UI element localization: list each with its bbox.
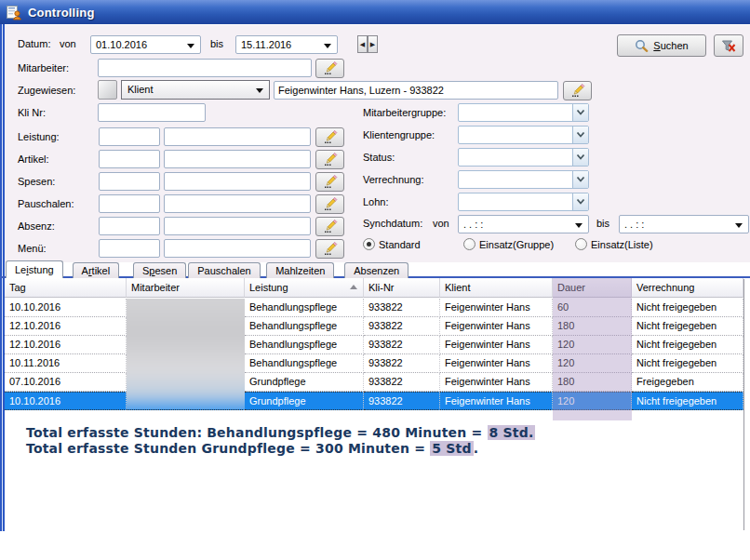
column-header-mitarbeiter[interactable]: Mitarbeiter bbox=[127, 278, 245, 298]
leistung-code-input[interactable] bbox=[99, 127, 160, 146]
artikel-edit-button[interactable] bbox=[315, 150, 344, 169]
zugewiesen-edit-button[interactable] bbox=[563, 81, 592, 100]
chevron-down-icon bbox=[572, 193, 588, 210]
absenz-text-input[interactable] bbox=[164, 217, 311, 235]
total-highlight: 5 Std bbox=[430, 441, 473, 456]
absenz-code-input[interactable] bbox=[99, 217, 160, 235]
synch-from-combo[interactable]: . . : : bbox=[458, 215, 589, 233]
table-row[interactable]: 12.10.2016Behandlungspflege933822Feigenw… bbox=[5, 336, 743, 354]
men-text-input[interactable] bbox=[164, 239, 311, 258]
pauschalen-edit-button[interactable] bbox=[315, 194, 344, 214]
clear-filter-icon bbox=[721, 39, 736, 53]
tab-strip: LeistungArtikelSpesenPauschalenMahlzeite… bbox=[5, 260, 750, 278]
pencil-icon bbox=[323, 153, 338, 167]
date-to-value: 15.11.2016 bbox=[241, 39, 291, 50]
verrechnung-combo[interactable] bbox=[458, 170, 589, 189]
lohn-label: Lohn: bbox=[363, 196, 389, 207]
sort-asc-icon bbox=[350, 285, 357, 289]
radio-einsatz-liste[interactable] bbox=[575, 238, 587, 250]
spesen-text-input[interactable] bbox=[164, 172, 311, 191]
tab-artikel[interactable]: Artikel bbox=[73, 262, 120, 278]
table-row[interactable]: 10.10.2016Grundpflege933822Feigenwinter … bbox=[5, 392, 743, 410]
synch-to-combo[interactable]: . . : : bbox=[619, 215, 749, 233]
cell-verrechnung: Nicht freigegeben bbox=[632, 299, 743, 317]
date-from-combo[interactable]: 01.10.2016 bbox=[90, 35, 201, 54]
klinr-input[interactable] bbox=[98, 103, 206, 122]
column-header-leistung[interactable]: Leistung bbox=[245, 278, 364, 298]
status-combo[interactable] bbox=[458, 148, 589, 167]
column-header-tag[interactable]: Tag bbox=[5, 278, 127, 298]
column-header-klient[interactable]: Klient bbox=[440, 278, 553, 298]
tab-spesen[interactable]: Spesen bbox=[133, 262, 186, 278]
cell-kli-nr: 933822 bbox=[364, 336, 440, 354]
pencil-icon bbox=[323, 175, 338, 189]
tab-mahlzeiten[interactable]: Mahlzeiten bbox=[266, 262, 334, 278]
cell-leistung: Grundpflege bbox=[245, 392, 364, 410]
synch-von-label: von bbox=[433, 218, 449, 229]
zugewiesen-type-combo[interactable]: Klient bbox=[121, 80, 270, 100]
cell-tag: 12.10.2016 bbox=[5, 317, 127, 336]
men-code-input[interactable] bbox=[99, 239, 160, 258]
datum-label: Datum: bbox=[18, 38, 50, 49]
date-prev-button[interactable]: ◀ bbox=[357, 35, 368, 53]
date-to-combo[interactable]: 15.11.2016 bbox=[235, 35, 338, 54]
window-icon bbox=[6, 4, 22, 20]
leistung-edit-button[interactable] bbox=[315, 127, 344, 147]
cell-kli-nr: 933822 bbox=[364, 299, 440, 317]
table-row[interactable]: 10.10.2016Behandlungspflege933822Feigenw… bbox=[5, 299, 743, 317]
cell-tag: 07.10.2016 bbox=[5, 373, 127, 392]
mitarbeiter-input[interactable] bbox=[98, 59, 312, 77]
zugewiesen-input[interactable] bbox=[274, 81, 558, 100]
klientengruppe-combo[interactable] bbox=[458, 126, 589, 144]
table-row[interactable]: 07.10.2016Grundpflege933822Feigenwinter … bbox=[5, 373, 743, 392]
men-edit-button[interactable] bbox=[315, 239, 344, 259]
absenz-label: Absenz: bbox=[18, 220, 55, 232]
cell-mitarbeiter bbox=[127, 354, 245, 373]
artikel-text-input[interactable] bbox=[164, 150, 311, 168]
tab-absenzen[interactable]: Absenzen bbox=[344, 262, 408, 278]
clear-filter-button[interactable] bbox=[714, 34, 743, 57]
date-next-button[interactable]: ▶ bbox=[368, 35, 378, 53]
mitarbeiter-edit-button[interactable] bbox=[315, 59, 344, 78]
mitarbeitergruppe-combo[interactable] bbox=[458, 103, 589, 122]
cell-dauer: 180 bbox=[553, 317, 632, 336]
cell-tag: 12.10.2016 bbox=[5, 336, 127, 354]
absenz-edit-button[interactable] bbox=[315, 217, 344, 236]
total-highlight: 8 Std. bbox=[488, 425, 536, 440]
table-row[interactable]: 12.10.2016Behandlungspflege933822Feigenw… bbox=[5, 317, 743, 336]
column-header-kli-nr[interactable]: Kli-Nr bbox=[364, 278, 440, 298]
artikel-label: Artikel: bbox=[18, 153, 49, 165]
cell-dauer: 120 bbox=[553, 354, 632, 373]
cell-verrechnung: Nicht freigegeben bbox=[632, 336, 743, 354]
suchen-button[interactable]: Suchen bbox=[617, 34, 706, 57]
cell-tag: 10.11.2016 bbox=[5, 354, 127, 373]
artikel-code-input[interactable] bbox=[99, 150, 160, 168]
leistung-text-input[interactable] bbox=[164, 127, 311, 146]
filter-panel: Datum: von 01.10.2016 bis 15.11.2016 ◀ ▶… bbox=[5, 24, 750, 262]
date-from-value: 01.10.2016 bbox=[96, 39, 147, 50]
zugewiesen-type-value: Klient bbox=[127, 84, 154, 95]
lohn-combo[interactable] bbox=[458, 193, 589, 211]
cell-mitarbeiter bbox=[127, 317, 245, 336]
cell-kli-nr: 933822 bbox=[364, 354, 440, 373]
pencil-icon bbox=[323, 61, 338, 75]
cell-klient: Feigenwinter Hans bbox=[440, 392, 553, 410]
radio-einsatz-liste-label: Einsatz(Liste) bbox=[591, 239, 653, 250]
spesen-code-input[interactable] bbox=[99, 172, 160, 191]
radio-einsatz-gruppe[interactable] bbox=[463, 238, 475, 250]
tab-leistung[interactable]: Leistung bbox=[6, 260, 63, 278]
pauschalen-code-input[interactable] bbox=[99, 194, 160, 213]
column-header-dauer[interactable]: Dauer bbox=[553, 278, 632, 298]
spesen-edit-button[interactable] bbox=[315, 172, 344, 192]
title-bar: Controlling bbox=[0, 0, 750, 24]
table-row[interactable]: 10.11.2016Behandlungspflege933822Feigenw… bbox=[5, 354, 743, 373]
column-header-verrechnung[interactable]: Verrechnung bbox=[632, 278, 743, 298]
radio-standard[interactable] bbox=[363, 238, 375, 250]
cell-dauer: 120 bbox=[553, 392, 632, 410]
tab-pauschalen[interactable]: Pauschalen bbox=[188, 262, 261, 278]
cell-klient: Feigenwinter Hans bbox=[440, 336, 553, 354]
klientengruppe-label: Klientengruppe: bbox=[363, 129, 435, 140]
pauschalen-text-input[interactable] bbox=[164, 194, 311, 213]
cell-leistung: Grundpflege bbox=[245, 373, 364, 392]
zugewiesen-toggle[interactable] bbox=[98, 80, 117, 100]
